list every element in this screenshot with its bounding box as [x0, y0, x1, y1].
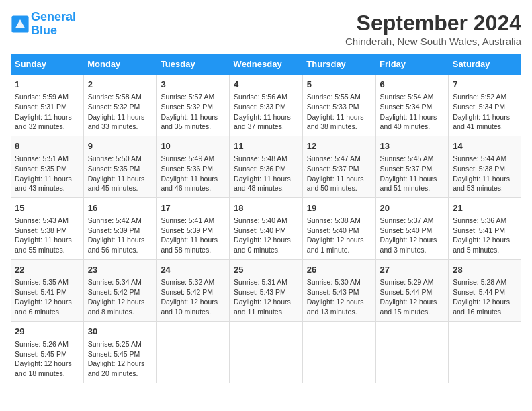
day-number: 3: [161, 79, 225, 91]
calendar-cell: 26Sunrise: 5:30 AM Sunset: 5:43 PM Dayli…: [302, 259, 375, 321]
day-info: Sunrise: 5:29 AM Sunset: 5:44 PM Dayligh…: [380, 277, 445, 317]
day-info: Sunrise: 5:25 AM Sunset: 5:45 PM Dayligh…: [88, 339, 152, 379]
day-info: Sunrise: 5:34 AM Sunset: 5:42 PM Dayligh…: [88, 277, 152, 317]
day-info: Sunrise: 5:40 AM Sunset: 5:40 PM Dayligh…: [234, 216, 298, 255]
day-header-tuesday: Tuesday: [157, 54, 230, 75]
calendar-cell: 11Sunrise: 5:48 AM Sunset: 5:36 PM Dayli…: [230, 136, 303, 197]
logo-text: General Blue: [31, 11, 76, 38]
logo-icon: [11, 15, 30, 34]
calendar-cell: 18Sunrise: 5:40 AM Sunset: 5:40 PM Dayli…: [230, 197, 303, 259]
day-number: 18: [234, 202, 298, 214]
calendar-cell: 14Sunrise: 5:44 AM Sunset: 5:38 PM Dayli…: [449, 136, 521, 197]
calendar-week-2: 8Sunrise: 5:51 AM Sunset: 5:35 PM Daylig…: [11, 136, 521, 197]
day-header-wednesday: Wednesday: [230, 54, 303, 75]
calendar-week-3: 15Sunrise: 5:43 AM Sunset: 5:38 PM Dayli…: [11, 197, 521, 259]
day-header-thursday: Thursday: [302, 54, 375, 75]
day-info: Sunrise: 5:43 AM Sunset: 5:38 PM Dayligh…: [15, 216, 79, 255]
day-number: 13: [380, 140, 445, 152]
day-info: Sunrise: 5:41 AM Sunset: 5:39 PM Dayligh…: [161, 216, 225, 255]
day-number: 14: [453, 140, 517, 152]
day-info: Sunrise: 5:31 AM Sunset: 5:43 PM Dayligh…: [234, 277, 298, 317]
calendar-cell: 24Sunrise: 5:32 AM Sunset: 5:42 PM Dayli…: [157, 259, 230, 321]
day-number: 28: [453, 264, 517, 276]
calendar-cell: 16Sunrise: 5:42 AM Sunset: 5:39 PM Dayli…: [83, 197, 157, 259]
calendar-cell: 7Sunrise: 5:52 AM Sunset: 5:34 PM Daylig…: [449, 75, 521, 136]
calendar-cell: 25Sunrise: 5:31 AM Sunset: 5:43 PM Dayli…: [230, 259, 303, 321]
day-number: 22: [15, 264, 79, 276]
day-number: 21: [453, 202, 517, 214]
day-number: 5: [307, 79, 371, 91]
day-number: 26: [307, 264, 371, 276]
calendar-cell: 8Sunrise: 5:51 AM Sunset: 5:35 PM Daylig…: [11, 136, 83, 197]
calendar-cell: 9Sunrise: 5:50 AM Sunset: 5:35 PM Daylig…: [83, 136, 157, 197]
calendar-cell: [157, 321, 230, 383]
day-number: 6: [380, 79, 445, 91]
day-info: Sunrise: 5:44 AM Sunset: 5:38 PM Dayligh…: [453, 154, 517, 193]
day-info: Sunrise: 5:37 AM Sunset: 5:40 PM Dayligh…: [380, 216, 445, 255]
day-number: 19: [307, 202, 371, 214]
day-info: Sunrise: 5:35 AM Sunset: 5:41 PM Dayligh…: [15, 277, 79, 317]
calendar-table: SundayMondayTuesdayWednesdayThursdayFrid…: [11, 54, 521, 383]
calendar-cell: [230, 321, 303, 383]
calendar-cell: 30Sunrise: 5:25 AM Sunset: 5:45 PM Dayli…: [83, 321, 157, 383]
day-info: Sunrise: 5:51 AM Sunset: 5:35 PM Dayligh…: [15, 154, 79, 193]
calendar-cell: 12Sunrise: 5:47 AM Sunset: 5:37 PM Dayli…: [302, 136, 375, 197]
calendar-cell: 27Sunrise: 5:29 AM Sunset: 5:44 PM Dayli…: [375, 259, 449, 321]
day-info: Sunrise: 5:58 AM Sunset: 5:32 PM Dayligh…: [88, 92, 152, 132]
calendar-week-4: 22Sunrise: 5:35 AM Sunset: 5:41 PM Dayli…: [11, 259, 521, 321]
day-number: 17: [161, 202, 225, 214]
calendar-cell: 3Sunrise: 5:57 AM Sunset: 5:32 PM Daylig…: [157, 75, 230, 136]
day-info: Sunrise: 5:38 AM Sunset: 5:40 PM Dayligh…: [307, 216, 371, 255]
calendar-week-1: 1Sunrise: 5:59 AM Sunset: 5:31 PM Daylig…: [11, 75, 521, 136]
main-title: September 2024: [345, 11, 521, 36]
day-info: Sunrise: 5:42 AM Sunset: 5:39 PM Dayligh…: [88, 216, 152, 255]
day-number: 16: [88, 202, 152, 214]
day-info: Sunrise: 5:26 AM Sunset: 5:45 PM Dayligh…: [15, 339, 79, 379]
day-info: Sunrise: 5:45 AM Sunset: 5:37 PM Dayligh…: [380, 154, 445, 193]
day-number: 15: [15, 202, 79, 214]
logo-line1: General: [31, 10, 76, 24]
calendar-cell: 23Sunrise: 5:34 AM Sunset: 5:42 PM Dayli…: [83, 259, 157, 321]
page-header: General Blue September 2024 Chinderah, N…: [11, 11, 521, 47]
day-info: Sunrise: 5:57 AM Sunset: 5:32 PM Dayligh…: [161, 92, 225, 132]
calendar-cell: 29Sunrise: 5:26 AM Sunset: 5:45 PM Dayli…: [11, 321, 83, 383]
day-number: 12: [307, 140, 371, 152]
day-info: Sunrise: 5:47 AM Sunset: 5:37 PM Dayligh…: [307, 154, 371, 193]
day-number: 27: [380, 264, 445, 276]
calendar-cell: [449, 321, 521, 383]
day-info: Sunrise: 5:52 AM Sunset: 5:34 PM Dayligh…: [453, 92, 517, 132]
calendar-cell: 17Sunrise: 5:41 AM Sunset: 5:39 PM Dayli…: [157, 197, 230, 259]
day-info: Sunrise: 5:54 AM Sunset: 5:34 PM Dayligh…: [380, 92, 445, 132]
calendar-cell: 5Sunrise: 5:55 AM Sunset: 5:33 PM Daylig…: [302, 75, 375, 136]
calendar-cell: 15Sunrise: 5:43 AM Sunset: 5:38 PM Dayli…: [11, 197, 83, 259]
day-header-sunday: Sunday: [11, 54, 83, 75]
day-info: Sunrise: 5:59 AM Sunset: 5:31 PM Dayligh…: [15, 92, 79, 132]
logo: General Blue: [11, 11, 76, 38]
day-number: 29: [15, 326, 79, 338]
calendar-cell: 19Sunrise: 5:38 AM Sunset: 5:40 PM Dayli…: [302, 197, 375, 259]
calendar-cell: 1Sunrise: 5:59 AM Sunset: 5:31 PM Daylig…: [11, 75, 83, 136]
calendar-cell: 4Sunrise: 5:56 AM Sunset: 5:33 PM Daylig…: [230, 75, 303, 136]
calendar-cell: [375, 321, 449, 383]
day-header-saturday: Saturday: [449, 54, 521, 75]
subtitle: Chinderah, New South Wales, Australia: [345, 36, 521, 47]
day-number: 4: [234, 79, 298, 91]
calendar-cell: 13Sunrise: 5:45 AM Sunset: 5:37 PM Dayli…: [375, 136, 449, 197]
day-info: Sunrise: 5:48 AM Sunset: 5:36 PM Dayligh…: [234, 154, 298, 193]
day-info: Sunrise: 5:28 AM Sunset: 5:44 PM Dayligh…: [453, 277, 517, 317]
calendar-cell: 21Sunrise: 5:36 AM Sunset: 5:41 PM Dayli…: [449, 197, 521, 259]
day-number: 10: [161, 140, 225, 152]
day-header-friday: Friday: [375, 54, 449, 75]
day-number: 23: [88, 264, 152, 276]
day-number: 8: [15, 140, 79, 152]
day-number: 24: [161, 264, 225, 276]
day-header-monday: Monday: [83, 54, 157, 75]
day-info: Sunrise: 5:50 AM Sunset: 5:35 PM Dayligh…: [88, 154, 152, 193]
calendar-cell: 22Sunrise: 5:35 AM Sunset: 5:41 PM Dayli…: [11, 259, 83, 321]
day-number: 9: [88, 140, 152, 152]
day-info: Sunrise: 5:30 AM Sunset: 5:43 PM Dayligh…: [307, 277, 371, 317]
calendar-header-row: SundayMondayTuesdayWednesdayThursdayFrid…: [11, 54, 521, 75]
day-number: 7: [453, 79, 517, 91]
calendar-week-5: 29Sunrise: 5:26 AM Sunset: 5:45 PM Dayli…: [11, 321, 521, 383]
day-info: Sunrise: 5:55 AM Sunset: 5:33 PM Dayligh…: [307, 92, 371, 132]
